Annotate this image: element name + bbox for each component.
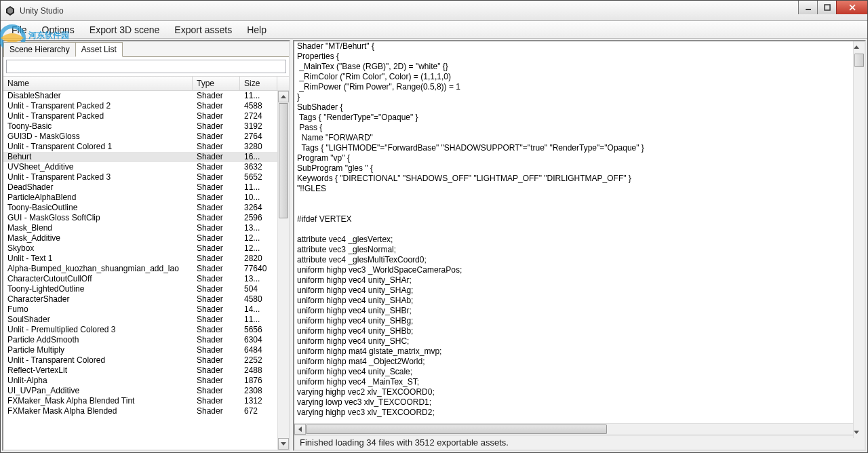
table-row[interactable]: Particle MultiplyShader6484 bbox=[3, 345, 277, 355]
table-row[interactable]: GUI - MaskGloss SoftClipShader2596 bbox=[3, 213, 277, 223]
cell-name: ParticleAlphaBlend bbox=[3, 193, 193, 203]
cell-type: Shader bbox=[193, 274, 240, 284]
status-bar: Finished loading 34 files with 3512 expo… bbox=[294, 435, 865, 450]
asset-scrollbar[interactable] bbox=[277, 91, 289, 450]
table-row[interactable]: Mask_AdditiveShader12... bbox=[3, 233, 277, 243]
table-row[interactable]: Reflect-VertexLitShader2488 bbox=[3, 366, 277, 376]
cell-size: 1876 bbox=[240, 376, 277, 386]
table-row[interactable]: DeadShaderShader11... bbox=[3, 182, 277, 193]
table-row[interactable]: Particle AddSmoothShader6304 bbox=[3, 335, 277, 345]
table-row[interactable]: Unlit - Transparent Packed 3Shader5652 bbox=[3, 172, 277, 182]
tab-scene-hierarchy[interactable]: Scene Hierarchy bbox=[3, 42, 76, 57]
table-row[interactable]: DisableShaderShader11... bbox=[3, 91, 277, 101]
scrollbar-thumb[interactable] bbox=[854, 54, 864, 67]
cell-type: Shader bbox=[193, 203, 240, 213]
cell-type: Shader bbox=[193, 121, 240, 132]
title-bar[interactable]: Unity Studio bbox=[1, 1, 867, 21]
col-header-name[interactable]: Name bbox=[3, 77, 193, 90]
table-row[interactable]: UI_UVPan_AdditiveShader2308 bbox=[3, 386, 277, 396]
table-row[interactable]: FumoShader14... bbox=[3, 304, 277, 315]
table-row[interactable]: Unlit - Transparent PackedShader2724 bbox=[3, 111, 277, 121]
table-row[interactable]: FXMaker_Mask Alpha Blended TintShader131… bbox=[3, 396, 277, 406]
col-header-type[interactable]: Type bbox=[193, 77, 240, 90]
main-window: Unity Studio 河东软件园 www.pc0359.cn File Op… bbox=[0, 0, 868, 453]
table-row[interactable]: CharacterCutoutCullOffShader13... bbox=[3, 274, 277, 284]
cell-size: 4588 bbox=[240, 101, 277, 111]
table-row[interactable]: Unlit - Transparent Packed 2Shader4588 bbox=[3, 101, 277, 111]
table-row[interactable]: Unlit-AlphaShader1876 bbox=[3, 376, 277, 386]
scroll-down-icon bbox=[281, 442, 286, 446]
cell-size: 11... bbox=[240, 315, 277, 325]
scroll-up-icon bbox=[281, 95, 286, 98]
table-row[interactable]: SkyboxShader12... bbox=[3, 243, 277, 254]
code-viewer[interactable]: Shader "MT/Behurt" { Properties { _MainT… bbox=[294, 41, 865, 423]
filter-input[interactable] bbox=[6, 60, 286, 73]
minimize-button[interactable] bbox=[798, 1, 817, 14]
tab-strip: Scene Hierarchy Asset List bbox=[3, 41, 289, 57]
scrollbar-thumb[interactable] bbox=[306, 425, 607, 434]
cell-name: Unlit - Text 1 bbox=[3, 254, 193, 264]
table-row[interactable]: GUI3D - MaskGlossShader2764 bbox=[3, 132, 277, 142]
table-row[interactable]: Unlit - Transparent Colored 1Shader3280 bbox=[3, 142, 277, 152]
cell-name: Reflect-VertexLit bbox=[3, 366, 193, 376]
cell-type: Shader bbox=[193, 111, 240, 121]
menu-file[interactable]: File bbox=[5, 22, 34, 37]
cell-size: 5652 bbox=[240, 172, 277, 182]
cell-type: Shader bbox=[193, 132, 240, 142]
table-row[interactable]: BehurtShader16... bbox=[3, 152, 277, 162]
table-row[interactable]: Unlit - Transparent ColoredShader2252 bbox=[3, 355, 277, 366]
cell-type: Shader bbox=[193, 304, 240, 315]
cell-type: Shader bbox=[193, 396, 240, 406]
cell-size: 77640 bbox=[240, 264, 277, 274]
menu-export-assets[interactable]: Export assets bbox=[167, 22, 239, 37]
asset-table-header: Name Type Size bbox=[3, 76, 289, 91]
cell-size: 13... bbox=[240, 223, 277, 233]
cell-name: Fumo bbox=[3, 304, 193, 315]
cell-name: GUI3D - MaskGloss bbox=[3, 132, 193, 142]
table-row[interactable]: UVSheet_AdditiveShader3632 bbox=[3, 162, 277, 172]
close-button[interactable] bbox=[836, 1, 867, 14]
table-row[interactable]: Mask_BlendShader13... bbox=[3, 223, 277, 233]
code-vscrollbar[interactable] bbox=[853, 41, 865, 438]
cell-name: Unlit - Premultiplied Colored 3 bbox=[3, 325, 193, 335]
menu-help[interactable]: Help bbox=[240, 22, 273, 37]
cell-size: 3632 bbox=[240, 162, 277, 172]
cell-size: 2820 bbox=[240, 254, 277, 264]
menu-options[interactable]: Options bbox=[35, 22, 81, 37]
scroll-down-icon bbox=[854, 431, 859, 434]
tab-asset-list[interactable]: Asset List bbox=[75, 42, 123, 57]
col-header-size[interactable]: Size bbox=[240, 77, 277, 90]
cell-name: Unlit - Transparent Packed 3 bbox=[3, 172, 193, 182]
table-row[interactable]: Toony-BasicOutlineShader3264 bbox=[3, 203, 277, 213]
cell-size: 2596 bbox=[240, 213, 277, 223]
cell-size: 16... bbox=[240, 152, 277, 162]
cell-name: Particle AddSmooth bbox=[3, 335, 193, 345]
menu-bar: 河东软件园 www.pc0359.cn File Options Export … bbox=[1, 21, 867, 39]
cell-size: 672 bbox=[240, 406, 277, 416]
maximize-button[interactable] bbox=[817, 1, 836, 14]
cell-size: 2764 bbox=[240, 132, 277, 142]
cell-size: 1312 bbox=[240, 396, 277, 406]
table-row[interactable]: FXMaker Mask Alpha BlendedShader672 bbox=[3, 406, 277, 416]
table-row[interactable]: SoulShaderShader11... bbox=[3, 315, 277, 325]
table-row[interactable]: Toony-BasicShader3192 bbox=[3, 121, 277, 132]
cell-name: GUI - MaskGloss SoftClip bbox=[3, 213, 193, 223]
menu-export-3d[interactable]: Export 3D scene bbox=[83, 22, 167, 37]
cell-size: 504 bbox=[240, 284, 277, 294]
cell-type: Shader bbox=[193, 172, 240, 182]
cell-name: Skybox bbox=[3, 243, 193, 254]
asset-table-body: DisableShaderShader11...Unlit - Transpar… bbox=[3, 91, 289, 450]
cell-type: Shader bbox=[193, 294, 240, 304]
scrollbar-thumb[interactable] bbox=[279, 103, 288, 218]
table-row[interactable]: CharacterShaderShader4580 bbox=[3, 294, 277, 304]
cell-type: Shader bbox=[193, 325, 240, 335]
table-row[interactable]: Unlit - Premultiplied Colored 3Shader565… bbox=[3, 325, 277, 335]
cell-type: Shader bbox=[193, 386, 240, 396]
code-hscrollbar[interactable] bbox=[294, 423, 865, 435]
cell-type: Shader bbox=[193, 243, 240, 254]
table-row[interactable]: Toony-LightedOutlineShader504 bbox=[3, 284, 277, 294]
table-row[interactable]: ParticleAlphaBlendShader10... bbox=[3, 193, 277, 203]
table-row[interactable]: Alpha-Bumped_kuozhan_shuangmian_add_laoS… bbox=[3, 264, 277, 274]
table-row[interactable]: Unlit - Text 1Shader2820 bbox=[3, 254, 277, 264]
cell-name: Unlit - Transparent Packed bbox=[3, 111, 193, 121]
